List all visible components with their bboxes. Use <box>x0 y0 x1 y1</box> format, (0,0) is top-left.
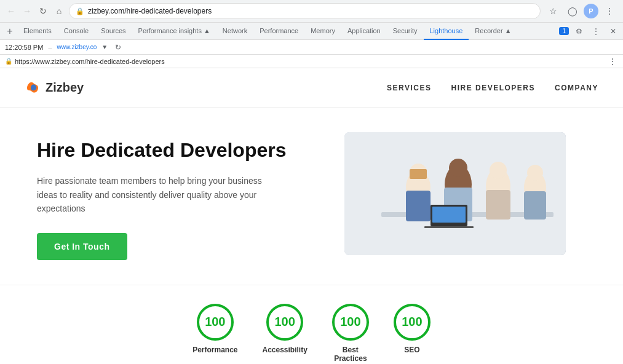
security-warning-icon: 🔒 <box>5 58 12 65</box>
cta-button[interactable]: Get In Touch <box>37 233 127 260</box>
tab-performance-insights[interactable]: Performance insights ▲ <box>132 23 216 40</box>
tab-network[interactable]: Network <box>216 23 253 40</box>
extensions-icon[interactable]: ◯ <box>564 2 581 20</box>
devtools-dropdown-icon[interactable]: ▼ <box>101 44 108 50</box>
devtools-infobar: 12:20:58 PM – www.zizbey.co ▼ ↻ <box>0 40 623 55</box>
score-value-accessibility: 100 <box>275 315 295 329</box>
tab-recorder[interactable]: Recorder ▲ <box>469 23 517 40</box>
svg-rect-17 <box>424 226 474 228</box>
website-area: Zizbey SERVICES HIRE DEVELOPERS COMPANY … <box>0 68 623 364</box>
hero-people-illustration <box>344 132 566 255</box>
browser-toolbar: ← → ↻ ⌂ 🔒 zizbey.com/hire-dedicated-deve… <box>0 0 623 22</box>
tab-application[interactable]: Application <box>341 23 387 40</box>
score-circle-best-practices: 100 <box>332 304 369 341</box>
tab-sources[interactable]: Sources <box>95 23 132 40</box>
score-value-performance: 100 <box>205 315 225 329</box>
lock-icon: 🔒 <box>76 7 84 15</box>
back-button[interactable]: ← <box>5 5 17 17</box>
score-best-practices: 100 BestPractices <box>332 304 369 363</box>
score-label-performance: Performance <box>192 346 237 354</box>
site-navigation: Zizbey SERVICES HIRE DEVELOPERS COMPANY <box>0 68 623 108</box>
score-accessibility: 100 Accessibility <box>263 304 308 363</box>
logo-icon <box>25 79 42 97</box>
hero-subtitle: Hire passionate team members to help bri… <box>37 174 271 215</box>
devtools-timestamp: 12:20:58 PM <box>5 44 43 51</box>
score-label-seo: SEO <box>404 346 419 354</box>
nav-hire-developers[interactable]: HIRE DEVELOPERS <box>451 84 536 92</box>
devtools-more-icon[interactable]: ⋮ <box>589 24 603 39</box>
score-circle-performance: 100 <box>197 304 234 341</box>
tab-memory[interactable]: Memory <box>304 23 341 40</box>
devtools-new-tab[interactable]: + <box>2 24 17 39</box>
tab-performance[interactable]: Performance <box>253 23 304 40</box>
score-label-best-practices: BestPractices <box>334 346 367 363</box>
devtools-tab-icons: 1 ⚙ ⋮ ✕ <box>559 24 621 39</box>
score-label-accessibility: Accessibility <box>263 346 308 354</box>
svg-rect-14 <box>524 191 546 220</box>
score-value-seo: 100 <box>402 315 422 329</box>
tab-security[interactable]: Security <box>387 23 424 40</box>
devtools-domain: www.zizbey.co <box>57 44 97 50</box>
devtools-tabbar: + Elements Console Sources Performance i… <box>0 23 623 40</box>
svg-rect-16 <box>432 207 466 223</box>
forward-button[interactable]: → <box>21 5 33 17</box>
devtools-clear-icon[interactable]: ↻ <box>113 42 124 53</box>
hero-image <box>344 132 566 255</box>
home-button[interactable]: ⌂ <box>53 5 65 17</box>
bookmark-icon[interactable]: ☆ <box>544 2 561 20</box>
tab-console[interactable]: Console <box>58 23 95 40</box>
profile-button[interactable]: P <box>584 4 598 18</box>
svg-rect-13 <box>486 190 510 220</box>
nav-company[interactable]: COMPANY <box>555 84 598 92</box>
tab-elements[interactable]: Elements <box>17 23 58 40</box>
browser-toolbar-icons: ☆ ◯ P ⋮ <box>544 2 618 20</box>
score-circle-seo: 100 <box>394 304 431 341</box>
svg-rect-11 <box>406 191 431 221</box>
site-nav-links: SERVICES HIRE DEVELOPERS COMPANY <box>387 84 598 92</box>
devtools-separator: – <box>48 44 52 51</box>
address-text: zizbey.com/hire-dedicated-developers <box>88 7 212 15</box>
svg-rect-4 <box>410 169 427 179</box>
devtools-settings-icon[interactable]: ⚙ <box>571 24 586 39</box>
score-value-best-practices: 100 <box>340 315 360 329</box>
hero-title: Hire Dedicated Developers <box>37 138 332 162</box>
svg-point-8 <box>490 162 507 179</box>
browser-chrome: ← → ↻ ⌂ 🔒 zizbey.com/hire-dedicated-deve… <box>0 0 623 23</box>
devtools-urlbar: 🔒 https://www.zizbey.com/hire-dedicated-… <box>0 55 623 68</box>
devtools-url-text: https://www.zizbey.com/hire-dedicated-de… <box>15 58 165 65</box>
tab-lighthouse[interactable]: Lighthouse <box>424 23 469 40</box>
site-logo[interactable]: Zizbey <box>25 79 84 97</box>
devtools-urlbar-menu[interactable]: ⋮ <box>607 56 618 67</box>
devtools-close-icon[interactable]: ✕ <box>606 24 621 39</box>
reload-button[interactable]: ↻ <box>37 5 49 17</box>
svg-point-6 <box>449 159 467 177</box>
browser-menu-button[interactable]: ⋮ <box>601 2 618 20</box>
svg-point-10 <box>527 165 543 181</box>
lighthouse-scores: 100 Performance 100 Accessibility 100 Be… <box>0 298 623 364</box>
score-performance: 100 Performance <box>192 304 237 363</box>
nav-services[interactable]: SERVICES <box>387 84 431 92</box>
hero-content: Hire Dedicated Developers Hire passionat… <box>37 132 332 260</box>
devtools-badge: 1 <box>559 27 569 35</box>
address-bar[interactable]: 🔒 zizbey.com/hire-dedicated-developers <box>69 3 541 19</box>
lighthouse-scores-section: 100 Performance 100 Accessibility 100 Be… <box>0 285 623 364</box>
hero-section: Hire Dedicated Developers Hire passionat… <box>0 108 623 285</box>
score-seo: 100 SEO <box>394 304 431 363</box>
score-circle-accessibility: 100 <box>266 304 303 341</box>
logo-text: Zizbey <box>46 81 84 95</box>
